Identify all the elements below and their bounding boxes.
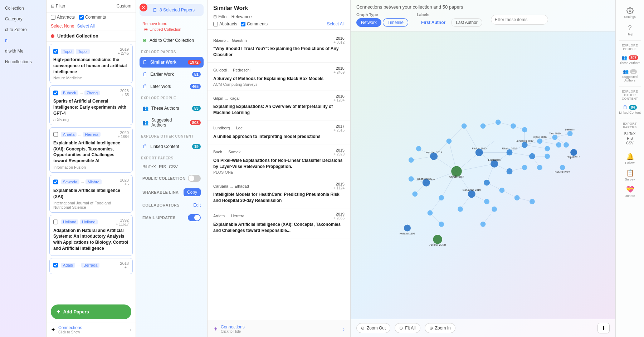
comments-checkbox[interactable]	[79, 15, 84, 20]
paper-checkbox[interactable]	[53, 179, 58, 184]
sw-paper-card[interactable]: Ribeiro ... Guestrin 2016 + 8812 "Why Sh…	[208, 33, 350, 63]
linked-content-row[interactable]: 🗒 Linked Content 19	[140, 141, 204, 152]
sw-abstracts-label[interactable]: Abstracts	[213, 21, 237, 26]
timeline-type-button[interactable]: Timeline	[383, 18, 408, 27]
csv-export[interactable]: CSV	[169, 164, 178, 169]
author-dots: ...	[81, 179, 84, 184]
connections-bar[interactable]: ✦ Connections Click to Show ›	[47, 322, 136, 337]
paper-card[interactable]: Bubeck ... Zhang 2023 + 35 Sparks of Art…	[49, 85, 133, 125]
similar-work-row[interactable]: 🗒 Similar Work 1972	[140, 57, 204, 68]
suggested-authors-sidebar-item[interactable]: 👥 ... Suggested Authors	[617, 68, 643, 84]
settings-button[interactable]: Settings	[623, 4, 637, 21]
sidebar-item-n[interactable]: n	[3, 36, 43, 44]
these-authors-sidebar-item[interactable]: 👥 307 These Authors	[617, 54, 643, 66]
suggested-authors-row[interactable]: 👥 Suggested Authors 803	[140, 115, 204, 130]
sw-paper-card[interactable]: Gilpin ... Kagal 2018 + 1204 Explaining …	[208, 90, 350, 120]
sidebar-divider	[619, 40, 641, 41]
selected-papers-row[interactable]: 🗒 8 Selected Papers	[140, 4, 204, 16]
these-authors-row[interactable]: 👥 These Authors 53	[140, 103, 204, 114]
sw-paper-authors: Lundberg ... Lee	[213, 126, 243, 130]
paper-card[interactable]: Holland Holland 1992 + 11617 Adaptation …	[49, 215, 133, 256]
copy-button[interactable]: Copy	[184, 188, 201, 196]
paper-citations: + -	[120, 266, 129, 269]
network-panel-title: Connections between your collection and …	[356, 4, 610, 10]
ris-export[interactable]: RIS	[159, 164, 166, 169]
author-tag: Bubeck	[61, 90, 78, 95]
sw-year-cites: 2018 + 1204	[333, 94, 345, 102]
sw-sort-label[interactable]: Relevance	[231, 14, 252, 19]
sw-dots: ...	[225, 96, 228, 100]
export-papers-label: EXPORT PAPERS	[617, 122, 643, 129]
help-button[interactable]: ? Help	[617, 23, 643, 38]
linked-content-sidebar-item[interactable]: 🗒 94 Linked Content	[617, 103, 643, 116]
sw-filter-button[interactable]: ⊟ Filter	[213, 14, 228, 19]
select-none-link[interactable]: Select None	[51, 24, 74, 29]
sidebar-item-zotero[interactable]: ct to Zotero	[3, 26, 43, 34]
follow-button[interactable]: 🔔 Follow	[617, 151, 643, 166]
sw-paper-card[interactable]: Bach ... Samek 2015 + 2929 On Pixel-Wise…	[208, 144, 350, 179]
sw-comments-label[interactable]: Comments	[241, 21, 268, 26]
explore-people-section: EXPLORE PEOPLE	[140, 93, 204, 101]
sw-select-all[interactable]: Select All	[327, 21, 345, 26]
bibtex-export[interactable]: BibTeX	[142, 164, 156, 169]
paper-card[interactable]: Adadi ... Berrada 2018 + -	[49, 258, 133, 274]
paper-card[interactable]: Topol Topol 2019 + 2745 High-performance…	[49, 44, 133, 83]
abstracts-checkbox-label[interactable]: Abstracts	[51, 15, 75, 20]
zoom-out-button[interactable]: ⊖ Zoom Out	[356, 323, 390, 333]
sidebar-item-shared[interactable]: d with Me	[3, 47, 43, 55]
paper-citations: + 1884	[118, 135, 129, 139]
first-author-label-button[interactable]: First Author	[417, 18, 450, 27]
donate-label: Donate	[625, 194, 635, 198]
sw-comments-checkbox[interactable]	[241, 22, 245, 26]
add-to-collection-row[interactable]: ⊕ Add to Other Collection	[140, 35, 204, 46]
zoom-in-button[interactable]: ⊕ Zoom In	[425, 323, 455, 333]
paper-checkbox[interactable]	[53, 49, 58, 54]
sw-papers-list: Ribeiro ... Guestrin 2016 + 8812 "Why Sh…	[208, 30, 350, 321]
network-canvas[interactable]: Adadi 2018	[351, 31, 615, 319]
fit-all-button[interactable]: ⊙ Fit All	[395, 323, 420, 333]
sw-year: 2018	[333, 66, 345, 70]
paper-checkbox[interactable]	[53, 219, 58, 224]
paper-checkbox[interactable]	[53, 132, 58, 137]
sw-connections-bar[interactable]: ✦ Connections Click to Hide ›	[208, 321, 350, 337]
paper-card[interactable]: Arrieta ... Herrera 2020 + 1884 Explaina…	[49, 127, 133, 173]
donate-button[interactable]: 💝 Donate	[617, 184, 643, 199]
paper-checkbox[interactable]	[53, 263, 58, 268]
network-filter-input[interactable]	[491, 15, 548, 25]
sw-paper-card[interactable]: Arrieta ... Herrera 2019 + 2855 Explaina…	[208, 208, 350, 238]
network-type-button[interactable]: Network	[356, 18, 381, 27]
survey-button[interactable]: 📋 Survey	[617, 168, 643, 183]
earlier-work-row[interactable]: 🗒 Earlier Work 51	[140, 69, 204, 80]
add-papers-button[interactable]: + Add Papers	[51, 304, 131, 319]
sidebar-item-collection[interactable]: Collection	[3, 4, 43, 12]
email-updates-toggle[interactable]	[188, 214, 201, 221]
paper-checkbox[interactable]	[53, 90, 58, 95]
abstracts-checkbox[interactable]	[51, 15, 55, 20]
comments-checkbox-label[interactable]: Comments	[79, 15, 106, 20]
sw-paper-card[interactable]: Lundberg ... Lee 2017 + 2516 A unified a…	[208, 120, 350, 144]
filter-button[interactable]: ⊟ Filter	[51, 4, 65, 9]
public-collection-toggle[interactable]	[188, 175, 201, 182]
csv-sidebar-export[interactable]: CSV	[626, 141, 634, 145]
custom-button[interactable]: Custom	[117, 4, 131, 9]
collaborators-setting: COLLABORATORS Edit	[140, 200, 204, 210]
paper-card[interactable]: Sewada ... Mishra 2023 + - Explainable A…	[49, 175, 133, 213]
svg-text:Bubeck 2023: Bubeck 2023	[555, 170, 570, 174]
fit-all-icon: ⊙	[399, 326, 403, 331]
sw-paper-card[interactable]: Guidotti ... Pedreschi 2018 + 2469 A Sur…	[208, 63, 350, 91]
sw-abstracts-checkbox[interactable]	[213, 22, 218, 26]
paper-title: High-performance medicine: the convergen…	[53, 57, 129, 75]
ris-sidebar-export[interactable]: RIS	[627, 137, 633, 140]
suggested-authors-sidebar-icon: 👥	[623, 69, 629, 74]
sidebar-item-category[interactable]: Category	[3, 15, 43, 23]
later-work-row[interactable]: 🗒 Later Work 465	[140, 81, 204, 92]
bibtex-sidebar-export[interactable]: BibTeX	[624, 132, 636, 136]
sw-paper-card[interactable]: Caruana ... Elhadad 2015 + 1124 Intellig…	[208, 178, 350, 208]
edit-button[interactable]: Edit	[193, 203, 201, 208]
download-button[interactable]: ⬇	[597, 323, 610, 333]
paper-authors: Holland Holland	[53, 219, 98, 224]
select-all-link[interactable]: Select All	[77, 24, 94, 29]
last-author-label-button[interactable]: Last Author	[451, 18, 482, 27]
close-button[interactable]: ×	[140, 4, 147, 11]
sw-paper-authors: Guidotti ... Pedreschi	[213, 68, 250, 72]
